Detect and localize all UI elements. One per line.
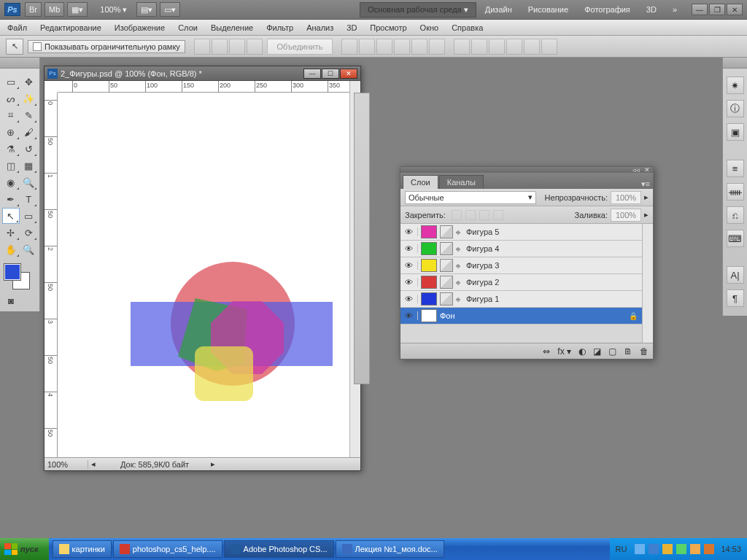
distribute-vcenter-icon[interactable] (471, 39, 487, 55)
pathfinder-exclude-icon[interactable] (247, 39, 263, 55)
swatches-panel-icon[interactable]: ᚔ (727, 183, 744, 201)
delete-layer-icon[interactable]: 🗑 (640, 346, 649, 357)
vector-mask-thumbnail[interactable] (440, 225, 453, 238)
horizontal-ruler[interactable]: 050100150200250300350 (58, 81, 349, 93)
layer-thumbnail[interactable] (421, 309, 437, 322)
collapse-icon[interactable]: ◃◃ (632, 166, 640, 174)
eraser-tool-icon[interactable]: ◫ (2, 158, 20, 174)
visibility-toggle-icon[interactable]: 👁 (400, 278, 418, 287)
eyedropper-tool-icon[interactable]: ✎ (20, 107, 38, 123)
align-right-icon[interactable] (376, 39, 392, 55)
arrange-documents-icon[interactable]: ▦▾ (67, 2, 88, 17)
doc-vertical-scrollbar[interactable] (349, 81, 360, 457)
document-canvas[interactable] (58, 93, 349, 457)
menu-layers[interactable]: Слои (178, 23, 198, 32)
extras-icon[interactable]: ▭▾ (160, 2, 180, 17)
distribute-bottom-icon[interactable] (489, 39, 505, 55)
tab-channels[interactable]: Каналы (439, 175, 484, 189)
lasso-tool-icon[interactable]: ᔕ (2, 90, 20, 106)
layer-thumbnail[interactable] (421, 225, 437, 238)
adjustments-panel-icon[interactable]: ≡ (727, 160, 744, 177)
align-bottom-icon[interactable] (429, 39, 445, 55)
layers-scrollbar[interactable] (642, 224, 653, 343)
color-panel-icon[interactable]: ▣ (727, 123, 744, 141)
layer-name[interactable]: Фон (440, 311, 455, 320)
vector-mask-thumbnail[interactable] (440, 242, 453, 255)
layer-row[interactable]: 👁⎆Фигура 1 (400, 291, 642, 308)
history-brush-tool-icon[interactable]: ↺ (20, 141, 38, 157)
3d-camera-tool-icon[interactable]: ⟳ (20, 225, 38, 241)
link-layers-icon[interactable]: ⇔ (543, 346, 550, 357)
fill-input[interactable]: 100% (611, 209, 641, 222)
vector-mask-thumbnail[interactable] (440, 276, 453, 289)
new-layer-icon[interactable]: 🗎 (624, 346, 632, 357)
add-mask-icon[interactable]: ◐ (578, 346, 586, 357)
layer-name[interactable]: Фигура 4 (466, 244, 499, 253)
move-tool-icon[interactable]: ✥ (20, 74, 38, 90)
marquee-tool-icon[interactable]: ▭ (2, 74, 20, 90)
lock-pixels-icon[interactable] (465, 210, 476, 220)
screen-mode-icon[interactable]: ▤▾ (136, 2, 157, 17)
vertical-ruler[interactable]: 0501502503504505 (44, 93, 58, 457)
layer-name[interactable]: Фигура 1 (466, 295, 499, 303)
taskbar-task[interactable]: Лекция №1_моя.doc... (336, 540, 444, 558)
zoom-level-select[interactable]: 100% ▾ (96, 2, 131, 17)
document-titlebar[interactable]: Ps 2_Фигуры.psd @ 100% (Фон, RGB/8) * ― … (44, 66, 360, 81)
menu-edit[interactable]: Редактирование (40, 23, 101, 32)
align-hcenter-icon[interactable] (359, 39, 375, 55)
menu-file[interactable]: Файл (7, 23, 27, 32)
workspace-overflow-icon[interactable]: » (665, 3, 684, 16)
layer-row[interactable]: 👁⎆Фигура 3 (400, 257, 642, 274)
language-indicator[interactable]: RU (616, 545, 627, 553)
workspace-tab-3d[interactable]: 3D (639, 3, 664, 16)
app-restore-button[interactable]: ❐ (709, 4, 725, 15)
path-select-tool-icon[interactable]: ↖ (2, 208, 20, 224)
doc-minimize-button[interactable]: ― (303, 69, 321, 79)
visibility-toggle-icon[interactable]: 👁 (400, 244, 418, 253)
minibridge-launcher[interactable]: Mb (44, 2, 64, 17)
paragraph-panel-icon[interactable]: ¶ (727, 289, 744, 307)
3d-tool-icon[interactable]: ✢ (2, 225, 20, 241)
menu-help[interactable]: Справка (452, 23, 483, 32)
dodge-tool-icon[interactable]: 🔍 (20, 174, 38, 190)
menu-select[interactable]: Выделение (211, 23, 253, 32)
pathfinder-subtract-icon[interactable] (212, 39, 228, 55)
magic-wand-tool-icon[interactable]: ✨ (20, 90, 38, 106)
clock[interactable]: 14:53 (721, 545, 741, 553)
vector-mask-thumbnail[interactable] (440, 292, 453, 306)
layer-name[interactable]: Фигура 2 (466, 278, 499, 287)
pen-tool-icon[interactable]: ✒ (2, 191, 20, 207)
visibility-toggle-icon[interactable]: 👁 (400, 295, 418, 303)
distribute-right-icon[interactable] (541, 39, 557, 55)
layer-thumbnail[interactable] (421, 242, 437, 255)
navigator-panel-icon[interactable]: ✷ (727, 77, 744, 94)
taskbar-task[interactable]: photoshop_cs5_help.... (113, 540, 222, 558)
layer-row[interactable]: 👁⎆Фигура 4 (400, 241, 642, 257)
character-panel-icon[interactable]: A| (727, 266, 744, 284)
quick-mask-icon[interactable]: ◙ (2, 292, 20, 308)
blur-tool-icon[interactable]: ◉ (2, 174, 20, 190)
layer-name[interactable]: Фигура 3 (466, 261, 499, 270)
tray-icon[interactable] (690, 544, 700, 554)
menu-analysis[interactable]: Анализ (306, 23, 333, 32)
opacity-input[interactable]: 100% (611, 191, 641, 204)
lock-all-icon[interactable] (493, 210, 503, 220)
tray-icon[interactable] (635, 544, 645, 554)
adjustment-layer-icon[interactable]: ◪ (593, 346, 601, 357)
panel-grip[interactable]: ◃◃✕ (400, 167, 653, 173)
align-left-icon[interactable] (341, 39, 357, 55)
layer-row[interactable]: 👁⎆Фигура 5 (400, 224, 642, 241)
align-top-icon[interactable] (394, 39, 410, 55)
workspace-tab-design[interactable]: Дизайн (478, 3, 519, 16)
distribute-hcenter-icon[interactable] (524, 39, 540, 55)
distribute-top-icon[interactable] (454, 39, 470, 55)
tab-layers[interactable]: Слои (403, 175, 438, 189)
align-vcenter-icon[interactable] (411, 39, 427, 55)
layer-fx-icon[interactable]: fx ▾ (557, 346, 571, 357)
menu-view[interactable]: Просмотр (370, 23, 406, 32)
foreground-color-swatch[interactable] (4, 263, 21, 281)
blend-mode-select[interactable]: Обычные▾ (405, 191, 536, 204)
history-panel-icon[interactable]: ⎌ (727, 206, 744, 224)
panel-close-icon[interactable]: ✕ (644, 166, 650, 174)
visibility-toggle-icon[interactable]: 👁 (400, 261, 418, 270)
